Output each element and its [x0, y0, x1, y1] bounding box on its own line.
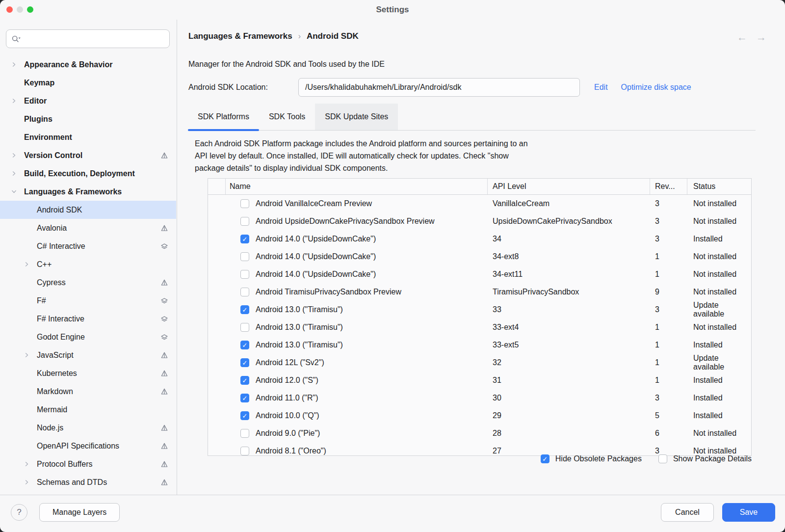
table-row[interactable]: Android 13.0 ("Tiramisu") 33-ext4 1 Not … — [208, 319, 751, 336]
layers-icon — [160, 297, 168, 305]
settings-sidebar: Appearance & Behavior Keymap Editor Plug… — [0, 20, 177, 495]
settings-tree: Appearance & Behavior Keymap Editor Plug… — [0, 55, 176, 491]
back-arrow-icon[interactable]: ← — [737, 31, 747, 43]
sidebar-item-editor[interactable]: Editor — [0, 92, 176, 110]
table-row[interactable]: Android 10.0 ("Q") 29 5 Installed — [208, 407, 751, 425]
settings-dialog: Settings Appearance & Behavior Keymap Ed… — [0, 0, 785, 532]
row-checkbox[interactable] — [240, 270, 249, 279]
chevron-right-icon — [24, 479, 37, 485]
plugin-icon — [160, 388, 168, 396]
close-button[interactable] — [6, 6, 13, 13]
row-checkbox[interactable] — [240, 199, 249, 208]
column-revision[interactable]: Rev... — [650, 179, 687, 194]
sidebar-item-markdown[interactable]: Markdown — [0, 382, 176, 400]
table-row[interactable]: Android 14.0 ("UpsideDownCake") 34-ext8 … — [208, 248, 751, 266]
row-checkbox[interactable] — [240, 341, 249, 349]
tab-sdk-platforms[interactable]: SDK Platforms — [188, 104, 259, 130]
column-name[interactable]: Name — [226, 179, 488, 194]
layers-icon — [160, 242, 168, 250]
table-row[interactable]: Android VanillaIceCream Preview VanillaI… — [208, 195, 751, 213]
settings-search-input[interactable] — [6, 29, 170, 48]
sidebar-item-mermaid[interactable]: Mermaid — [0, 400, 176, 419]
table-row[interactable]: Android 9.0 ("Pie") 28 6 Not installed — [208, 425, 751, 442]
sidebar-item-avalonia[interactable]: Avalonia — [0, 219, 176, 237]
table-row[interactable]: Android TiramisuPrivacySandbox Preview T… — [208, 283, 751, 301]
table-row[interactable]: Android 13.0 ("Tiramisu") 33-ext5 1 Inst… — [208, 336, 751, 354]
table-row[interactable]: Android 8.1 ("Oreo") 27 3 Not installed — [208, 442, 751, 456]
sidebar-item-android-sdk[interactable]: Android SDK — [0, 201, 176, 219]
sidebar-item-cypress[interactable]: Cypress — [0, 273, 176, 292]
tab-sdk-tools[interactable]: SDK Tools — [259, 104, 315, 130]
zoom-button[interactable] — [27, 6, 33, 13]
option-checkbox[interactable] — [541, 454, 550, 463]
row-checkbox[interactable] — [240, 288, 249, 296]
table-row[interactable]: Android 14.0 ("UpsideDownCake") 34 3 Ins… — [208, 230, 751, 248]
minimize-button[interactable] — [17, 6, 23, 13]
sidebar-item-keymap[interactable]: Keymap — [0, 74, 176, 92]
chevron-down-icon — [11, 188, 24, 195]
tab-sdk-update-sites[interactable]: SDK Update Sites — [315, 104, 398, 130]
column-api-level[interactable]: API Level — [488, 179, 650, 194]
sidebar-item-appearance-behavior[interactable]: Appearance & Behavior — [0, 55, 176, 74]
layers-icon — [160, 315, 168, 323]
sdk-location-label: Android SDK Location: — [188, 83, 298, 92]
row-checkbox[interactable] — [240, 235, 249, 243]
sidebar-item-f[interactable]: F# — [0, 292, 176, 310]
sidebar-item-godot-engine[interactable]: Godot Engine — [0, 328, 176, 346]
table-row[interactable]: Android 11.0 ("R") 30 3 Installed — [208, 389, 751, 407]
plugin-icon — [160, 152, 168, 160]
manage-layers-button[interactable]: Manage Layers — [39, 503, 120, 522]
table-row[interactable]: Android 13.0 ("Tiramisu") 33 3 Update av… — [208, 301, 751, 319]
plugin-icon — [160, 479, 168, 486]
breadcrumb: Languages & Frameworks › Android SDK — [188, 31, 359, 41]
plugin-icon — [160, 224, 168, 232]
sidebar-item-version-control[interactable]: Version Control — [0, 146, 176, 164]
sidebar-item-c-interactive[interactable]: C# Interactive — [0, 237, 176, 255]
table-row[interactable]: Android 12.0 ("S") 31 1 Installed — [208, 372, 751, 389]
sidebar-item-protocol-buffers[interactable]: Protocol Buffers — [0, 455, 176, 473]
sidebar-item-c[interactable]: C++ — [0, 255, 176, 273]
sdk-location-field[interactable]: /Users/khalidabuhakmeh/Library/Android/s… — [298, 78, 580, 97]
forward-arrow-icon[interactable]: → — [756, 31, 766, 43]
row-checkbox[interactable] — [240, 323, 249, 332]
sidebar-item-environment[interactable]: Environment — [0, 128, 176, 146]
sidebar-item-kubernetes[interactable]: Kubernetes — [0, 364, 176, 382]
sidebar-item-javascript[interactable]: JavaScript — [0, 346, 176, 364]
option-checkbox[interactable] — [658, 454, 667, 463]
sidebar-item-languages-frameworks[interactable]: Languages & Frameworks — [0, 183, 176, 201]
sidebar-item-openapi-specifications[interactable]: OpenAPI Specifications — [0, 437, 176, 455]
page-subtitle: Manager for the Android SDK and Tools us… — [188, 60, 385, 69]
tab-bar: SDK Platforms SDK Tools SDK Update Sites — [188, 104, 756, 131]
sidebar-item-node-js[interactable]: Node.js — [0, 419, 176, 437]
table-row[interactable]: Android 14.0 ("UpsideDownCake") 34-ext11… — [208, 266, 751, 283]
optimize-disk-space-link[interactable]: Optimize disk space — [621, 83, 691, 92]
table-row[interactable]: Android 12L ("Sv2") 32 1 Update availabl… — [208, 354, 751, 372]
row-checkbox[interactable] — [240, 411, 249, 420]
row-checkbox[interactable] — [240, 252, 249, 261]
cancel-button[interactable]: Cancel — [661, 503, 714, 522]
help-button[interactable]: ? — [11, 504, 27, 521]
row-checkbox[interactable] — [240, 305, 249, 314]
plugin-icon — [160, 460, 168, 468]
save-button[interactable]: Save — [722, 503, 775, 522]
row-checkbox[interactable] — [240, 376, 249, 385]
edit-link[interactable]: Edit — [594, 83, 608, 92]
option-hide-obsolete-packages[interactable]: Hide Obsolete Packages — [541, 454, 642, 463]
option-show-package-details[interactable]: Show Package Details — [658, 454, 752, 463]
row-checkbox[interactable] — [240, 358, 249, 367]
main-panel: Languages & Frameworks › Android SDK ← →… — [177, 20, 785, 495]
plugin-icon — [160, 442, 168, 450]
row-checkbox[interactable] — [240, 217, 249, 226]
sidebar-item-f-interactive[interactable]: F# Interactive — [0, 310, 176, 328]
row-checkbox[interactable] — [240, 429, 249, 438]
chevron-right-icon — [24, 261, 37, 267]
column-status[interactable]: Status — [687, 179, 751, 194]
sidebar-item-build-execution-deployment[interactable]: Build, Execution, Deployment — [0, 164, 176, 183]
breadcrumb-section[interactable]: Languages & Frameworks — [188, 31, 292, 41]
row-checkbox[interactable] — [240, 394, 249, 402]
sdk-location-row: Android SDK Location: /Users/khalidabuha… — [188, 78, 691, 97]
sidebar-item-schemas-and-dtds[interactable]: Schemas and DTDs — [0, 473, 176, 491]
table-row[interactable]: Android UpsideDownCakePrivacySandbox Pre… — [208, 213, 751, 230]
sidebar-item-plugins[interactable]: Plugins — [0, 110, 176, 128]
plugin-icon — [160, 370, 168, 377]
